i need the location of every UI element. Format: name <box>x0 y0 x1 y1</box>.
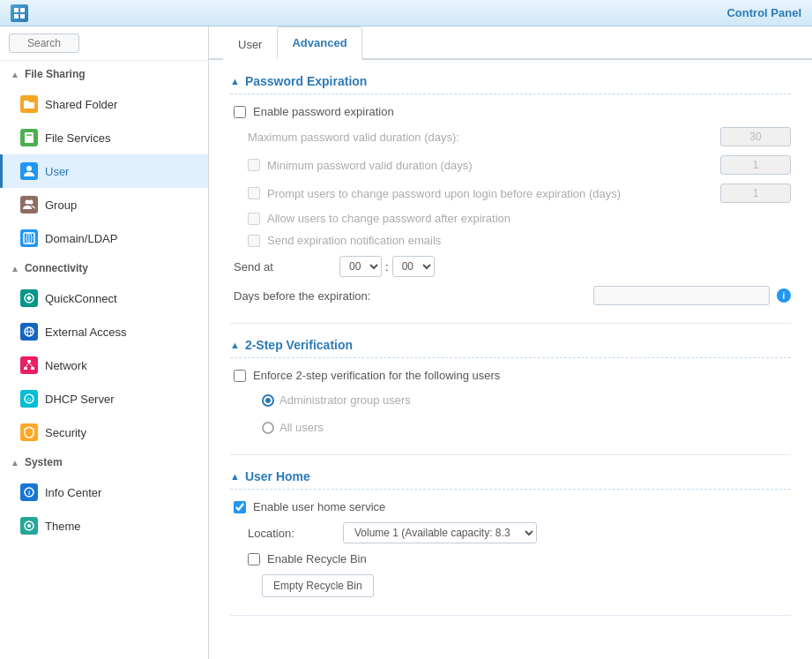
password-expiration-header: ▲ Password Expiration <box>230 74 791 94</box>
sidebar-item-label: Network <box>45 359 87 372</box>
allow-change-row: Allow users to change password after exp… <box>230 212 791 225</box>
enforce-2step-checkbox[interactable] <box>234 370 246 382</box>
user-icon <box>20 162 38 180</box>
svg-line-20 <box>29 363 33 367</box>
collapse-chevron[interactable]: ▲ <box>230 340 240 350</box>
sidebar: ▲ File Sharing Shared Folder File Servic… <box>0 26 209 659</box>
app-container: Control Panel ▲ File Sharing Shared Fold… <box>0 0 812 659</box>
svg-text:i: i <box>28 489 30 497</box>
collapse-chevron[interactable]: ▲ <box>230 471 240 482</box>
send-at-minute-select[interactable]: 00153045 <box>392 256 435 277</box>
prompt-checkbox[interactable] <box>248 187 260 199</box>
allow-change-checkbox[interactable] <box>248 213 260 225</box>
sidebar-item-label: Shared Folder <box>45 98 117 111</box>
section-title: User Home <box>245 469 310 483</box>
sidebar-item-label: Group <box>45 198 77 212</box>
section-title: 2-Step Verification <box>245 338 353 352</box>
info-icon: i <box>777 288 791 303</box>
shared-folder-icon <box>20 95 38 113</box>
sidebar-item-label: External Access <box>45 326 127 339</box>
days-before-input[interactable] <box>593 286 770 305</box>
tabs-bar: User Advanced <box>209 26 812 60</box>
user-home-header: ▲ User Home <box>230 469 791 490</box>
admin-group-row: Administrator group users <box>230 391 791 409</box>
send-at-hour-select[interactable]: 000102 <box>339 256 382 277</box>
all-users-radio[interactable]: All users <box>262 418 324 437</box>
enable-password-expiration-checkbox[interactable] <box>234 106 246 118</box>
svg-line-19 <box>26 363 29 367</box>
sidebar-item-group[interactable]: Group <box>0 188 208 221</box>
chevron-icon: ▲ <box>11 458 19 468</box>
sidebar-item-label: User <box>45 165 69 178</box>
min-duration-row: Minimum password valid duration (days) <box>230 155 791 175</box>
sidebar-item-info-center[interactable]: i Info Center <box>0 476 208 509</box>
section-separator-3 <box>230 615 791 616</box>
section-title: Password Expiration <box>245 74 367 88</box>
title-bar: Control Panel <box>0 0 812 26</box>
sidebar-item-theme[interactable]: Theme <box>0 509 208 543</box>
tab-advanced[interactable]: Advanced <box>277 26 361 60</box>
info-center-icon: i <box>20 483 38 501</box>
admin-group-label: Administrator group users <box>279 393 411 407</box>
svg-rect-18 <box>31 367 34 370</box>
prompt-input[interactable] <box>720 183 791 203</box>
all-users-label: All users <box>279 421 324 434</box>
location-select[interactable]: Volume 1 (Available capacity: 8.3 <box>343 522 537 543</box>
svg-point-8 <box>29 200 34 205</box>
send-at-row: Send at 000102 : 00153045 <box>230 256 791 277</box>
enforce-2step-label: Enforce 2-step verification for the foll… <box>253 369 791 382</box>
sidebar-item-file-services[interactable]: File Services <box>0 121 208 154</box>
min-duration-input[interactable] <box>720 155 791 175</box>
sidebar-item-label: QuickConnect <box>45 292 117 305</box>
sidebar-item-security[interactable]: Security <box>0 416 208 449</box>
sidebar-item-dhcp-server[interactable]: D DHCP Server <box>0 382 208 416</box>
sidebar-section-label: System <box>25 456 63 468</box>
sidebar-section-system[interactable]: ▲ System <box>0 449 208 476</box>
enable-user-home-checkbox[interactable] <box>234 501 246 513</box>
sidebar-item-domain-ldap[interactable]: Domain/LDAP <box>0 221 208 255</box>
svg-rect-17 <box>24 367 27 370</box>
min-duration-checkbox[interactable] <box>248 159 260 171</box>
svg-text:D: D <box>27 397 32 402</box>
sidebar-item-label: Domain/LDAP <box>45 232 117 245</box>
all-users-row: All users <box>230 418 791 437</box>
collapse-chevron[interactable]: ▲ <box>230 76 240 86</box>
title-bar-left <box>11 4 28 22</box>
two-step-verification-section: ▲ 2-Step Verification Enforce 2-step ver… <box>230 338 791 437</box>
empty-recycle-bin-button[interactable]: Empty Recycle Bin <box>262 574 374 597</box>
max-duration-label: Maximum password valid duration (days): <box>248 131 713 144</box>
sidebar-section-connectivity[interactable]: ▲ Connectivity <box>0 255 208 281</box>
svg-rect-3 <box>20 14 25 19</box>
sidebar-item-label: File Services <box>45 131 110 145</box>
enable-user-home-label: Enable user home service <box>253 500 791 513</box>
sidebar-section-file-sharing[interactable]: ▲ File Sharing <box>0 61 208 87</box>
sidebar-item-external-access[interactable]: External Access <box>0 315 208 348</box>
tab-user[interactable]: User <box>223 28 277 60</box>
send-notification-checkbox[interactable] <box>248 235 260 247</box>
time-select: 000102 : 00153045 <box>339 256 435 277</box>
chevron-icon: ▲ <box>11 264 19 273</box>
svg-rect-16 <box>27 360 31 363</box>
sidebar-item-shared-folder[interactable]: Shared Folder <box>0 87 208 121</box>
group-icon <box>20 196 38 213</box>
days-before-label: Days before the expiration: <box>234 289 586 303</box>
sidebar-item-user[interactable]: User <box>0 154 208 188</box>
send-at-label: Send at <box>234 260 339 273</box>
user-home-section: ▲ User Home Enable user home service Loc… <box>230 469 791 597</box>
sidebar-item-label: Info Center <box>45 486 101 499</box>
enable-recycle-bin-checkbox[interactable] <box>248 553 260 565</box>
admin-group-radio[interactable]: Administrator group users <box>262 391 411 409</box>
enable-recycle-bin-label: Enable Recycle Bin <box>267 552 791 565</box>
max-duration-row: Maximum password valid duration (days): <box>230 127 791 146</box>
time-separator: : <box>385 260 389 273</box>
search-input[interactable] <box>9 34 79 53</box>
sidebar-item-label: Theme <box>45 520 80 533</box>
sidebar-item-label: DHCP Server <box>45 393 115 406</box>
app-icon <box>11 4 28 22</box>
prompt-row: Prompt users to change password upon log… <box>230 183 791 203</box>
max-duration-input[interactable] <box>720 127 791 146</box>
enable-password-expiration-label: Enable password expiration <box>253 105 791 118</box>
min-duration-label: Minimum password valid duration (days) <box>267 159 713 172</box>
sidebar-item-quickconnect[interactable]: QuickConnect <box>0 281 208 315</box>
sidebar-item-network[interactable]: Network <box>0 348 208 382</box>
